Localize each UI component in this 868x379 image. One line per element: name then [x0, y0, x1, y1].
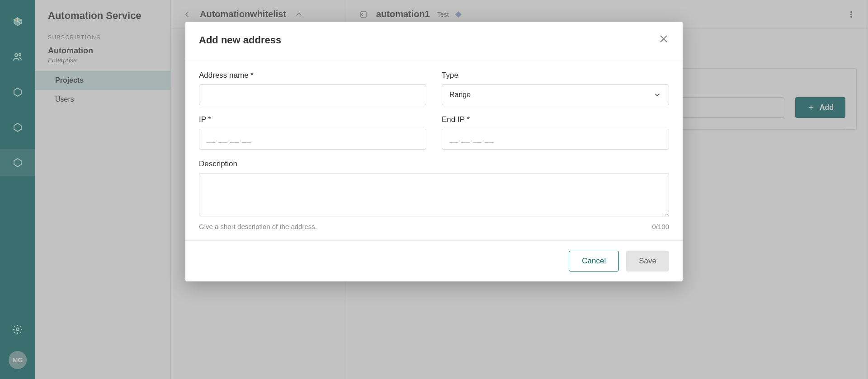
description-helper-row: Give a short description of the address.… — [199, 223, 669, 230]
label-address-name: Address name * — [199, 71, 426, 80]
add-address-dialog: Add new address Address name * Type Rang… — [185, 22, 683, 281]
form-grid: Address name * Type Range IP * — [199, 71, 669, 230]
end-ip-input[interactable] — [442, 129, 669, 150]
description-textarea[interactable] — [199, 173, 669, 216]
field-description: Description Give a short description of … — [199, 159, 669, 230]
description-char-counter: 0/100 — [652, 223, 669, 230]
label-type: Type — [442, 71, 669, 80]
save-button[interactable]: Save — [626, 251, 669, 271]
cancel-button[interactable]: Cancel — [569, 251, 619, 271]
dialog-title: Add new address — [199, 34, 281, 46]
dialog-footer: Cancel Save — [185, 240, 683, 281]
field-address-name: Address name * — [199, 71, 426, 105]
close-icon — [658, 33, 669, 44]
label-ip: IP * — [199, 115, 426, 124]
address-name-input[interactable] — [199, 84, 426, 105]
description-helper-text: Give a short description of the address. — [199, 223, 317, 230]
ip-input[interactable] — [199, 129, 426, 150]
label-end-ip: End IP * — [442, 115, 669, 124]
field-type: Type Range — [442, 71, 669, 105]
dialog-header: Add new address — [185, 22, 683, 59]
field-ip: IP * — [199, 115, 426, 150]
type-select-value: Range — [449, 91, 471, 99]
dialog-body: Address name * Type Range IP * — [185, 59, 683, 240]
close-button[interactable] — [658, 33, 669, 47]
chevron-down-icon — [653, 91, 661, 99]
label-description: Description — [199, 159, 669, 168]
modal-scrim[interactable]: Add new address Address name * Type Rang… — [0, 0, 868, 379]
field-end-ip: End IP * — [442, 115, 669, 150]
type-select[interactable]: Range — [442, 84, 669, 105]
